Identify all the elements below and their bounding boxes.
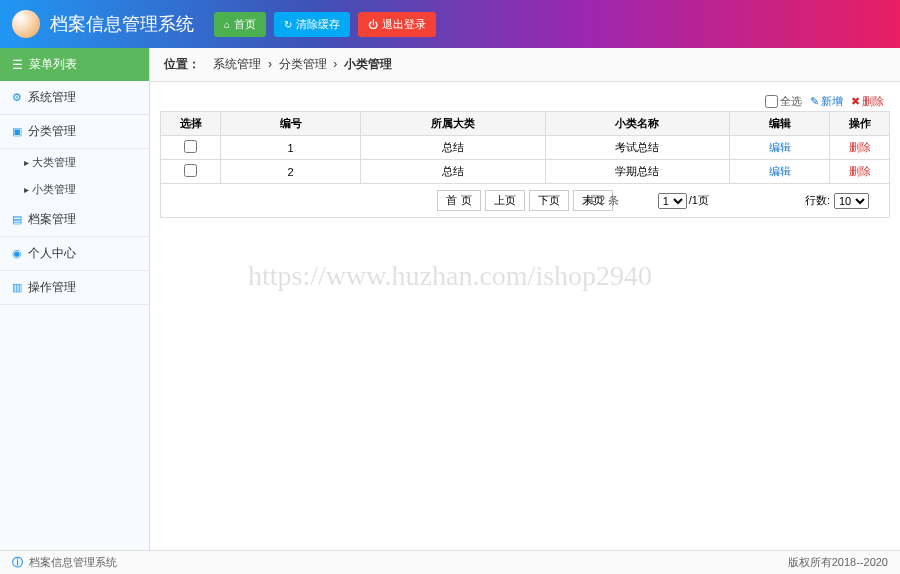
footer: ⓘ 档案信息管理系统 版权所有2018--2020 (0, 550, 900, 574)
first-page-button[interactable]: 首 页 (437, 190, 480, 211)
pagination: 首 页 上页 下页 末页 共 2 条 1 /1页 行数: (160, 184, 890, 218)
delete-button[interactable]: ✖ 删除 (851, 94, 884, 109)
folder-icon: ▣ (12, 125, 22, 138)
power-icon: ⏻ (368, 19, 378, 30)
th-name: 小类名称 (545, 112, 730, 136)
file-icon: ▤ (12, 213, 22, 226)
th-big-cat: 所属大类 (361, 112, 546, 136)
menu-header: ☰ 菜单列表 (0, 48, 149, 81)
add-label: 新增 (821, 94, 843, 109)
rows-select[interactable]: 10 (834, 193, 869, 209)
breadcrumb-current: 小类管理 (344, 57, 392, 71)
table-toolbar: 全选 ✎ 新增 ✖ 删除 (160, 92, 890, 111)
add-new-button[interactable]: ✎ 新增 (810, 94, 843, 109)
logout-button[interactable]: ⏻ 退出登录 (358, 12, 436, 37)
breadcrumb-label: 位置： (164, 57, 200, 71)
sidebar-label: 分类管理 (28, 123, 76, 140)
page-total: /1页 (689, 193, 709, 208)
clear-label: 清除缓存 (296, 17, 340, 32)
refresh-icon: ↻ (284, 19, 292, 30)
sidebar-item-system[interactable]: ⚙ 系统管理 (0, 81, 149, 115)
info-icon: ⓘ (12, 555, 23, 570)
sidebar-label: 操作管理 (28, 279, 76, 296)
rows-per-page: 行数: 10 (805, 193, 869, 209)
data-table: 选择 编号 所属大类 小类名称 编辑 操作 1 总结 考试总结 编辑 (160, 111, 890, 184)
th-select: 选择 (161, 112, 221, 136)
prev-page-button[interactable]: 上页 (485, 190, 525, 211)
menu-icon: ☰ (12, 58, 23, 72)
app-header: 档案信息管理系统 ⌂ 首页 ↻ 清除缓存 ⏻ 退出登录 (0, 0, 900, 48)
cell-name: 考试总结 (545, 136, 730, 160)
footer-copyright: 版权所有2018--2020 (788, 555, 888, 570)
page-jump: 1 /1页 (658, 193, 709, 209)
delete-link[interactable]: 删除 (849, 165, 871, 177)
sidebar: ☰ 菜单列表 ⚙ 系统管理 ▣ 分类管理 大类管理 小类管理 ▤ 档案管理 ◉ … (0, 48, 150, 550)
page-select[interactable]: 1 (658, 193, 687, 209)
footer-name: 档案信息管理系统 (29, 555, 117, 570)
row-checkbox[interactable] (184, 140, 197, 153)
breadcrumb: 位置： 系统管理 › 分类管理 › 小类管理 (150, 48, 900, 82)
cell-id: 1 (221, 136, 361, 160)
delete-link[interactable]: 删除 (849, 141, 871, 153)
plus-icon: ✎ (810, 95, 819, 108)
main-content: 位置： 系统管理 › 分类管理 › 小类管理 全选 ✎ 新增 ✖ (150, 48, 900, 550)
gear-icon: ⚙ (12, 91, 22, 104)
select-all-input[interactable] (765, 95, 778, 108)
app-title: 档案信息管理系统 (50, 12, 194, 36)
list-icon: ▥ (12, 281, 22, 294)
total-count: 共 2 条 (585, 193, 619, 208)
user-icon: ◉ (12, 247, 22, 260)
rows-label: 行数: (805, 193, 830, 208)
sidebar-item-category[interactable]: ▣ 分类管理 (0, 115, 149, 149)
sidebar-label: 档案管理 (28, 211, 76, 228)
x-icon: ✖ (851, 95, 860, 108)
breadcrumb-item[interactable]: 系统管理 (213, 57, 261, 71)
home-icon: ⌂ (224, 19, 230, 30)
select-all-checkbox[interactable]: 全选 (765, 94, 802, 109)
row-checkbox[interactable] (184, 164, 197, 177)
th-id: 编号 (221, 112, 361, 136)
sidebar-sub-big-category[interactable]: 大类管理 (0, 149, 149, 176)
sidebar-label: 个人中心 (28, 245, 76, 262)
sidebar-item-operation[interactable]: ▥ 操作管理 (0, 271, 149, 305)
table-header-row: 选择 编号 所属大类 小类名称 编辑 操作 (161, 112, 890, 136)
menu-title: 菜单列表 (29, 56, 77, 73)
cell-category: 总结 (361, 160, 546, 184)
next-page-button[interactable]: 下页 (529, 190, 569, 211)
cell-category: 总结 (361, 136, 546, 160)
th-op: 操作 (830, 112, 890, 136)
sidebar-item-profile[interactable]: ◉ 个人中心 (0, 237, 149, 271)
th-edit: 编辑 (730, 112, 830, 136)
breadcrumb-item[interactable]: 分类管理 (279, 57, 327, 71)
home-label: 首页 (234, 17, 256, 32)
home-button[interactable]: ⌂ 首页 (214, 12, 266, 37)
cell-name: 学期总结 (545, 160, 730, 184)
logout-label: 退出登录 (382, 17, 426, 32)
edit-link[interactable]: 编辑 (769, 165, 791, 177)
select-all-label: 全选 (780, 94, 802, 109)
clear-cache-button[interactable]: ↻ 清除缓存 (274, 12, 350, 37)
sidebar-sub-small-category[interactable]: 小类管理 (0, 176, 149, 203)
cell-id: 2 (221, 160, 361, 184)
sidebar-item-archive[interactable]: ▤ 档案管理 (0, 203, 149, 237)
table-row: 2 总结 学期总结 编辑 删除 (161, 160, 890, 184)
app-logo-icon (12, 10, 40, 38)
sidebar-label: 系统管理 (28, 89, 76, 106)
edit-link[interactable]: 编辑 (769, 141, 791, 153)
delete-label: 删除 (862, 94, 884, 109)
table-row: 1 总结 考试总结 编辑 删除 (161, 136, 890, 160)
